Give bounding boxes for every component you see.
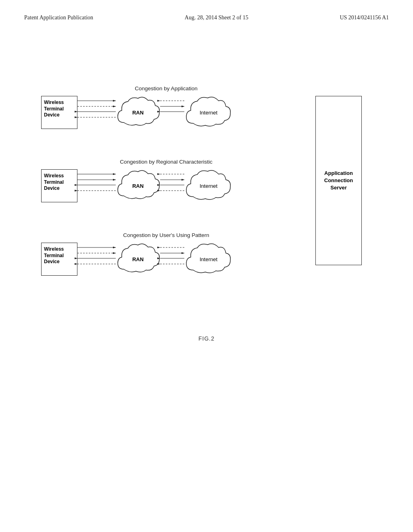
internet-cloud-row2: Internet (184, 168, 233, 206)
wtd-box-row2: WirelessTerminalDevice (41, 169, 77, 202)
wtd-label-row1: WirelessTerminalDevice (44, 100, 64, 118)
diagram-container: Congestion by Application Congestion by … (41, 85, 372, 311)
internet-cloud-row1: Internet (184, 94, 233, 132)
ran-cloud-row3: RAN (116, 241, 160, 279)
row2-label: Congestion by Regional Characteristic (81, 159, 251, 165)
header-right: US 2014/0241156 A1 (340, 15, 389, 21)
page-header: Patent Application Publication Aug. 28, … (0, 0, 413, 21)
acs-label: ApplicationConnectionServer (324, 170, 353, 192)
internet-cloud-row3: Internet (184, 241, 233, 279)
wtd-label-row2: WirelessTerminalDevice (44, 173, 64, 191)
svg-text:Internet: Internet (200, 183, 217, 189)
header-center: Aug. 28, 2014 Sheet 2 of 15 (185, 15, 248, 21)
wtd-label-row3: WirelessTerminalDevice (44, 246, 64, 264)
ran-cloud-row1: RAN (116, 94, 160, 132)
ran-cloud-row2: RAN (116, 168, 160, 206)
header-left: Patent Application Publication (24, 15, 93, 21)
figure-label: FIG.2 (0, 335, 413, 342)
wtd-box-row3: WirelessTerminalDevice (41, 243, 77, 276)
wtd-box-row1: WirelessTerminalDevice (41, 96, 77, 129)
row3-label: Congestion by User's Using Pattern (86, 232, 247, 238)
svg-text:Internet: Internet (200, 110, 217, 116)
row1-label: Congestion by Application (106, 85, 227, 91)
svg-text:RAN: RAN (132, 110, 144, 116)
svg-text:Internet: Internet (200, 256, 217, 262)
svg-text:RAN: RAN (132, 183, 144, 189)
acs-box: ApplicationConnectionServer (315, 96, 362, 265)
svg-text:RAN: RAN (132, 256, 144, 262)
